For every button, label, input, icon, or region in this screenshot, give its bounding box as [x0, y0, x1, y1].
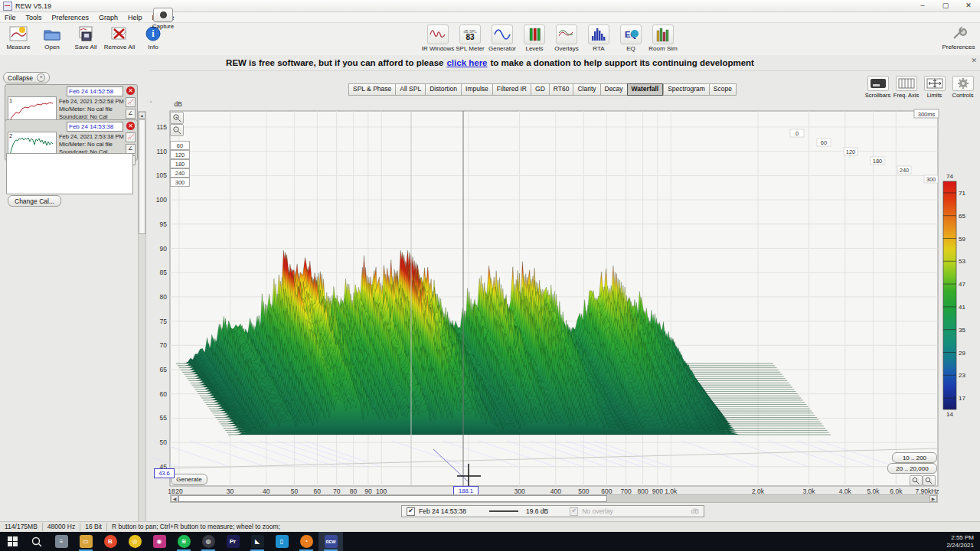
tab-decay[interactable]: Decay [600, 83, 627, 96]
chrome-icon: ◎ [129, 535, 142, 548]
chart-horizontal-scrollbar[interactable]: ◀ ▶ [170, 494, 938, 503]
controls-button[interactable]: Controls [949, 76, 977, 99]
tab-gd[interactable]: GD [531, 83, 549, 96]
toolbar-button-label: EQ [626, 45, 635, 52]
measure-button[interactable]: Measure [2, 24, 35, 54]
taskbar-icon-brave[interactable]: B [98, 532, 122, 551]
taskbar-icon-dark-app[interactable]: ◣ [245, 532, 270, 551]
change-cal-button[interactable]: Change Cal... [8, 195, 61, 207]
limits-button[interactable]: Limits [920, 76, 949, 99]
capture-button[interactable]: Capture [152, 8, 175, 35]
taskbar-icon-instagram[interactable]: ◉ [147, 532, 172, 551]
trace-settings-icon[interactable]: 📈 [126, 97, 136, 107]
taskbar-icon-browser-globe[interactable]: ◔ [294, 532, 318, 551]
preferences-button[interactable]: Preferences [942, 24, 975, 54]
taskbar-icon-chrome[interactable]: ◎ [122, 532, 147, 551]
x-tick-label: 400 [550, 487, 561, 495]
waterfall-chart[interactable]: 1151101051009590858075706560555045182030… [150, 101, 980, 507]
trace-visible-checkbox[interactable]: ✔ [407, 507, 415, 516]
tab-filtered-ir[interactable]: Filtered IR [492, 83, 531, 96]
spl-meter-button[interactable]: dB SPL83SPL Meter [454, 24, 486, 54]
overlay-checkbox[interactable]: ✔ [570, 507, 578, 516]
open-button[interactable]: Open [35, 24, 69, 54]
freq-axis-button[interactable]: Freq. Axis [892, 76, 920, 99]
generate-button[interactable]: Generate [171, 474, 207, 485]
minimize-button[interactable]: – [911, 0, 934, 12]
taskbar-icon-file-explorer[interactable]: ▭ [74, 532, 98, 551]
cursor-level-readout: 43.6 [154, 468, 175, 478]
tab-impulse[interactable]: Impulse [461, 83, 492, 96]
collapse-button[interactable]: Collapse « [3, 72, 50, 83]
zoom-out-icon[interactable]: - [170, 124, 184, 136]
taskbar-icon-spotify[interactable]: ≋ [172, 532, 196, 551]
delete-measurement-icon[interactable]: ✕ [126, 86, 135, 95]
time-left-box: 180 [170, 159, 190, 168]
scroll-up-icon[interactable]: ▲ [139, 112, 145, 119]
save-all-button[interactable]: Save All [69, 24, 103, 54]
taskbar-icon-search[interactable] [24, 532, 49, 551]
scroll-right-icon[interactable]: ▶ [929, 495, 937, 502]
taskbar-icon-phone[interactable]: ▯ [270, 532, 294, 551]
trace-legend-bar: ✔ Feb 24 14:53:38 19.6 dB ✔ No overlay d… [401, 505, 704, 517]
trace-settings-icon[interactable]: 📈 [126, 132, 136, 142]
measurement-title-field[interactable]: Feb 24 14:53:38 [67, 122, 123, 132]
generator-button[interactable]: Generator [486, 24, 518, 54]
scrollbars-icon [867, 76, 889, 91]
eq-button[interactable]: EQEQ [615, 24, 647, 54]
tab-distortion[interactable]: Distortion [425, 83, 461, 96]
ir-windows-icon [427, 24, 449, 44]
colorbar-tick-label: 53 [959, 258, 965, 265]
measurement-title-field[interactable]: Feb 24 14:52:58 [67, 86, 123, 96]
tab-clarity[interactable]: Clarity [573, 83, 599, 96]
toolbar-button-label: Generator [488, 45, 516, 52]
rta-button[interactable]: RTA [583, 24, 615, 54]
taskbar-icon-rew[interactable]: REW [318, 532, 343, 551]
tab-rt60[interactable]: RT60 [549, 83, 573, 96]
scrollbars-button[interactable]: Scrollbars [864, 76, 892, 99]
x-zoom-out-icon[interactable] [910, 475, 923, 486]
scrollbar-thumb[interactable] [139, 119, 145, 234]
delete-measurement-icon[interactable]: ✕ [126, 122, 135, 130]
menu-item-preferences[interactable]: Preferences [52, 14, 90, 21]
tab-scope[interactable]: Scope [709, 83, 737, 96]
taskbar-icon-start[interactable] [0, 532, 24, 551]
banner-close-icon[interactable]: ✕ [971, 57, 977, 64]
maximize-button[interactable]: ▢ [934, 0, 957, 12]
waterfall-plot-svg[interactable]: 1151101051009590858075706560555045182030… [150, 101, 980, 507]
levels-button[interactable]: Levels [518, 24, 550, 54]
ir-windows-button[interactable]: IR Windows [422, 24, 454, 54]
close-button[interactable]: ✕ [957, 0, 980, 12]
tab-spectrogram[interactable]: Spectrogram [663, 83, 709, 96]
taskbar-clock[interactable]: 2:55 PM 2/24/2021 [946, 534, 974, 549]
freq-range-button-10-200[interactable]: 10 .. 200 [892, 452, 937, 463]
y-tick-label: 115 [156, 123, 167, 131]
menu-item-graph[interactable]: Graph [99, 14, 118, 21]
x-zoom-in-icon[interactable] [923, 475, 936, 486]
x-tick-label: 300 [514, 487, 524, 495]
overlays-button[interactable]: Overlays [550, 24, 583, 54]
taskbar-icon-obs[interactable]: ◍ [196, 532, 220, 551]
spotify-icon: ≋ [178, 535, 191, 548]
freq-range-button-20-20000[interactable]: 20 .. 20,000 [887, 463, 937, 474]
room-sim-button[interactable]: Room Sim [647, 24, 679, 54]
tab-all-spl[interactable]: All SPL [395, 83, 425, 96]
trace-color-icon[interactable]: ∠ [126, 109, 136, 119]
measurement-notes-box[interactable] [6, 153, 133, 194]
sidebar-scrollbar[interactable]: ▲ [138, 111, 146, 527]
menu-item-help[interactable]: Help [128, 14, 142, 21]
tab-waterfall[interactable]: Waterfall [627, 83, 664, 96]
menu-item-tools[interactable]: Tools [26, 14, 42, 21]
legend-unit: dB [691, 507, 699, 515]
save-all-icon [76, 24, 96, 43]
tab-spl-phase[interactable]: SPL & Phase [348, 83, 395, 96]
donation-link[interactable]: click here [446, 58, 487, 67]
y-tick-label: 105 [156, 171, 167, 179]
scroll-left-icon[interactable]: ◀ [171, 495, 178, 502]
y-tick-label: 65 [160, 366, 168, 373]
taskbar-icon-premiere[interactable]: Pr [220, 532, 245, 551]
zoom-in-icon[interactable]: + [170, 112, 184, 124]
remove-all-button[interactable]: Remove All [103, 24, 136, 54]
menu-item-file[interactable]: File [5, 14, 16, 21]
scrollbar-thumb[interactable] [178, 495, 607, 502]
taskbar-icon-notes-app[interactable]: ≡ [49, 532, 74, 551]
